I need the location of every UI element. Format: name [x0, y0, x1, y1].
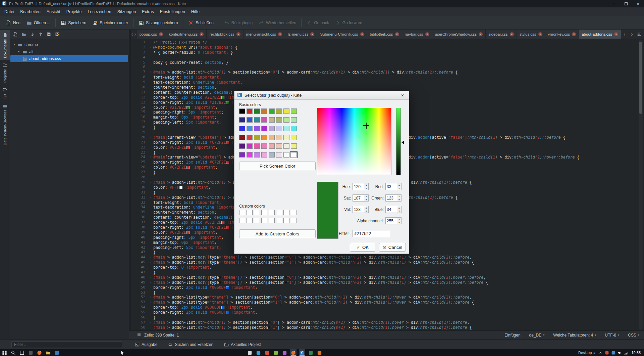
menu-ansicht[interactable]: Ansicht: [44, 7, 63, 16]
tab-close-icon[interactable]: ×: [310, 32, 314, 36]
tree-item-alt[interactable]: ▸alt: [10, 48, 128, 55]
basic-color-swatch[interactable]: [239, 126, 245, 131]
tab-close-icon[interactable]: ×: [510, 32, 514, 36]
green-input[interactable]: [386, 195, 397, 201]
basic-color-swatch[interactable]: [247, 143, 253, 149]
tab-stylus-css[interactable]: stylus.css×: [517, 30, 545, 39]
basic-color-swatch[interactable]: [261, 135, 267, 140]
custom-color-swatch[interactable]: [247, 210, 253, 215]
custom-color-swatch[interactable]: [291, 210, 297, 215]
custom-color-swatch[interactable]: [276, 218, 282, 223]
sat-input[interactable]: [353, 195, 364, 201]
tab-prev-button[interactable]: ‹: [621, 31, 628, 37]
cancel-button[interactable]: ⊘ Cancel: [379, 243, 406, 252]
basic-color-swatch[interactable]: [269, 143, 275, 149]
basic-color-swatch[interactable]: [291, 143, 297, 149]
öffnen-button[interactable]: Öffnen ...: [23, 18, 53, 27]
hue-saturation-picker[interactable]: [317, 108, 391, 175]
tab-kontextmenu-css[interactable]: kontextmenu.css×: [166, 30, 207, 39]
custom-color-swatch[interactable]: [283, 210, 289, 215]
app-taskbar-button[interactable]: [255, 349, 262, 356]
go-back-button[interactable]: Go back: [304, 18, 332, 27]
fold-marker-icon[interactable]: ▾: [148, 70, 153, 75]
save-button[interactable]: [45, 31, 53, 38]
fold-marker-icon[interactable]: ▾: [148, 155, 153, 160]
spin-up-icon[interactable]: ▲: [397, 183, 401, 187]
tab-popup-css[interactable]: popup.css×: [137, 30, 166, 39]
alpha-spinbox[interactable]: ▲▼: [385, 217, 401, 224]
add-to-custom-colors-button[interactable]: Add to Custom Colors: [239, 229, 316, 238]
basic-color-swatch[interactable]: [239, 135, 245, 140]
spin-up-icon[interactable]: ▲: [397, 195, 401, 198]
fold-marker-icon[interactable]: ▾: [148, 280, 153, 285]
app-tray-icon[interactable]: [611, 351, 615, 355]
basic-color-swatch[interactable]: [254, 117, 260, 123]
custom-color-swatch[interactable]: [239, 218, 245, 223]
fold-marker-icon[interactable]: ▾: [148, 255, 153, 260]
tab-menu-ansicht-css[interactable]: menu-ansicht.css×: [244, 30, 285, 39]
menu-extras[interactable]: Extras: [139, 7, 157, 16]
alpha-input[interactable]: [386, 218, 397, 224]
fold-marker-icon[interactable]: ▾: [148, 320, 153, 325]
tab-vmonkey-css[interactable]: vmonkey.css×: [545, 30, 579, 39]
custom-color-swatch[interactable]: [261, 218, 267, 223]
status-utf-8[interactable]: UTF-8▾: [605, 333, 619, 338]
tab-lz-menu-css[interactable]: lz-menu.css×: [285, 30, 317, 39]
basic-color-swatch[interactable]: [283, 126, 289, 131]
tab-bibliothek-css[interactable]: bibliothek.css×: [367, 30, 402, 39]
basic-color-swatch[interactable]: [261, 152, 267, 158]
menu-lines-icon[interactable]: [137, 332, 141, 338]
app-taskbar-button[interactable]: [264, 349, 270, 356]
basic-color-swatch[interactable]: [254, 143, 260, 149]
search-taskbar-button[interactable]: [10, 349, 16, 356]
value-slider-arrow-icon[interactable]: [401, 141, 404, 144]
tool-tab-projekte[interactable]: Projekte: [0, 60, 10, 85]
minimize-button[interactable]: [608, 0, 620, 7]
basic-color-swatch[interactable]: [269, 126, 275, 131]
status-einfügen[interactable]: Einfügen: [504, 333, 520, 338]
tab-close-icon[interactable]: ×: [278, 32, 282, 36]
custom-color-swatch[interactable]: [283, 218, 289, 223]
basic-color-swatch[interactable]: [283, 135, 289, 140]
volume-tray-icon[interactable]: [618, 351, 622, 355]
tool-tab-dateisystem-browser[interactable]: Dateisystem-Browser: [0, 101, 10, 147]
close-button[interactable]: ×: [632, 0, 644, 7]
editor-scrollbar[interactable]: [639, 40, 643, 330]
tab-submenu-chronik-css[interactable]: Submenu-Chronik.css×: [317, 30, 367, 39]
spin-down-icon[interactable]: ▼: [397, 187, 401, 190]
firefox-taskbar-button[interactable]: [36, 349, 43, 356]
scrollbar-handle[interactable]: [639, 42, 642, 114]
spin-up-icon[interactable]: ▲: [397, 206, 401, 210]
dialog-close-button[interactable]: ×: [399, 93, 406, 98]
basic-color-swatch[interactable]: [283, 143, 289, 149]
rückgängig-button[interactable]: Rückgängig: [221, 18, 256, 27]
titlebar[interactable]: Fx-Profil-Fx57-H-Default_user*.uc.js: H:…: [0, 0, 644, 7]
tab-close-icon[interactable]: ×: [236, 32, 240, 36]
menu-hilfe[interactable]: Hilfe: [188, 7, 203, 16]
basic-color-swatch[interactable]: [276, 143, 282, 149]
open-folder-button[interactable]: [20, 31, 28, 38]
fold-marker-icon[interactable]: ▾: [148, 45, 153, 50]
kate-taskbar-button[interactable]: [299, 349, 305, 356]
basic-color-swatch[interactable]: [283, 108, 289, 114]
speichern-button[interactable]: Speichern: [58, 18, 89, 27]
fold-marker-icon[interactable]: ▾: [148, 260, 153, 265]
app-taskbar-button[interactable]: [54, 349, 60, 356]
tree-item-about-addons-css[interactable]: {}about-addons.css: [10, 55, 128, 62]
red-input[interactable]: [386, 183, 397, 190]
start-taskbar-button[interactable]: [1, 349, 8, 356]
basic-color-swatch[interactable]: [261, 126, 267, 131]
tab-close-icon[interactable]: ×: [614, 32, 618, 36]
custom-color-swatch[interactable]: [254, 210, 260, 215]
spin-down-icon[interactable]: ▼: [397, 198, 401, 202]
spin-arrows[interactable]: ▲▼: [397, 183, 401, 190]
app-taskbar-button[interactable]: [247, 349, 253, 356]
wiederherstellen-button[interactable]: Wiederherstellen: [256, 18, 299, 27]
basic-color-swatch[interactable]: [247, 135, 253, 140]
basic-color-swatch[interactable]: [276, 108, 282, 114]
menu-datei[interactable]: Datei: [1, 7, 17, 16]
basic-color-swatch[interactable]: [261, 143, 267, 149]
menu-lesezeichen[interactable]: Lesezeichen: [85, 7, 114, 16]
chevron-up-tray-icon[interactable]: [598, 351, 603, 355]
custom-color-swatch[interactable]: [291, 218, 297, 223]
